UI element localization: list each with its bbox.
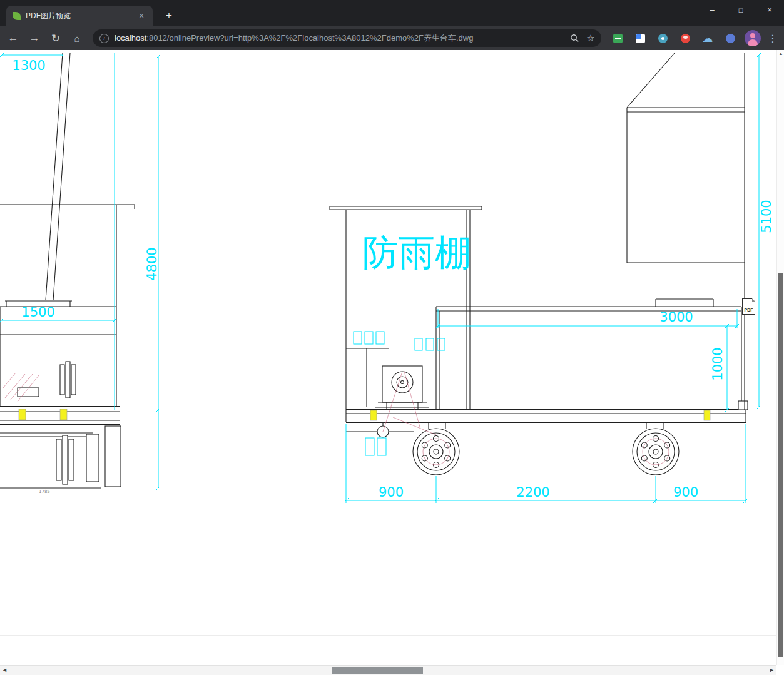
front-wheel	[413, 429, 459, 475]
maximize-button[interactable]: □	[726, 0, 755, 19]
extension-icon-blue[interactable]	[720, 29, 740, 48]
horizontal-scrollbar[interactable]: ◄ ►	[0, 665, 776, 675]
profile-avatar[interactable]	[743, 29, 763, 48]
scroll-up-icon[interactable]: ▲	[777, 51, 784, 56]
close-button[interactable]: ×	[755, 0, 784, 19]
tab-close-icon[interactable]: ×	[136, 11, 146, 21]
scroll-left-icon[interactable]: ◄	[2, 667, 8, 673]
browser-toolbar: ← → ↻ ⌂ i localhost:8012/onlinePreview?u…	[0, 26, 784, 50]
translate-glyph	[636, 34, 645, 43]
teal-circle-glyph	[658, 34, 668, 43]
scroll-right-icon[interactable]: ►	[769, 667, 775, 673]
center-view-dimension-lines	[344, 309, 748, 503]
page-content: 1300 4800 1500 1785	[0, 50, 784, 675]
left-view-centerlines	[3, 373, 39, 402]
magnifier-glyph	[570, 34, 579, 43]
cad-drawing: 1300 4800 1500 1785	[0, 50, 776, 665]
new-tab-button[interactable]: +	[161, 8, 177, 24]
rain-shelter-label: 防雨棚	[362, 231, 471, 274]
url-host: localhost	[115, 33, 146, 43]
forward-button[interactable]: →	[25, 29, 44, 48]
home-button[interactable]: ⌂	[68, 29, 86, 48]
pdf-file-icon[interactable]: PDF	[742, 298, 755, 315]
dim-1785-label: 1785	[39, 489, 50, 494]
highlight-mark	[704, 410, 710, 420]
url-path: :8012/onlinePreview?url=http%3A%2F%2Floc…	[146, 33, 473, 43]
highlight-mark	[370, 410, 377, 420]
tab-title: PDF图片预览	[26, 11, 131, 21]
window-controls: – □ ×	[698, 0, 784, 19]
green-extension-glyph	[613, 34, 623, 43]
horizontal-scrollbar-thumb[interactable]	[332, 667, 423, 674]
bookmark-star-icon[interactable]: ☆	[583, 30, 599, 46]
extension-icon-red[interactable]	[675, 29, 695, 48]
minimize-button[interactable]: –	[698, 0, 726, 19]
extension-icon-teal-circle[interactable]	[653, 29, 673, 48]
page-info-icon[interactable]: i	[99, 34, 109, 43]
url-text[interactable]: localhost:8012/onlinePreview?url=http%3A…	[115, 33, 566, 44]
extension-icon-green[interactable]	[608, 29, 628, 48]
pdf-badge-text: PDF	[743, 308, 755, 312]
zoom-icon[interactable]	[566, 30, 583, 46]
dim-1300-label: 1300	[12, 58, 45, 73]
dim-4800-label: 4800	[145, 247, 160, 280]
vertical-scrollbar[interactable]: ▲	[776, 50, 784, 665]
dim-900-right-label: 900	[673, 485, 698, 500]
dim-5100-label: 5100	[759, 200, 774, 233]
browser-tab[interactable]: PDF图片预览 ×	[6, 6, 153, 26]
dim-900-left-label: 900	[379, 485, 404, 500]
dim-3000-label: 3000	[659, 310, 693, 325]
highlight-mark	[19, 409, 26, 420]
dim-1500-label: 1500	[21, 305, 54, 320]
browser-window: PDF图片预览 × + – □ × ← → ↻ ⌂ i localhost:80…	[0, 0, 784, 675]
address-bar[interactable]: i localhost:8012/onlinePreview?url=http%…	[93, 29, 601, 47]
highlight-mark	[60, 409, 67, 420]
dim-2200-label: 2200	[516, 485, 549, 500]
scrollbar-corner	[776, 665, 784, 675]
blue-extension-glyph	[726, 34, 735, 43]
translate-extension-icon[interactable]	[630, 29, 650, 48]
red-extension-glyph	[681, 34, 690, 43]
rear-wheel	[633, 429, 679, 475]
cloud-extension-icon[interactable]: ☁	[698, 29, 718, 48]
dim-1000-label: 1000	[710, 347, 725, 380]
tab-strip: PDF图片预览 × + – □ ×	[0, 0, 784, 26]
browser-menu-icon[interactable]: ⋮	[765, 29, 780, 48]
vertical-scrollbar-thumb[interactable]	[778, 273, 783, 657]
reload-button[interactable]: ↻	[46, 29, 65, 48]
avatar-figure-icon	[745, 30, 761, 46]
back-button[interactable]: ←	[4, 29, 23, 48]
spring-leaf-favicon	[13, 12, 21, 20]
